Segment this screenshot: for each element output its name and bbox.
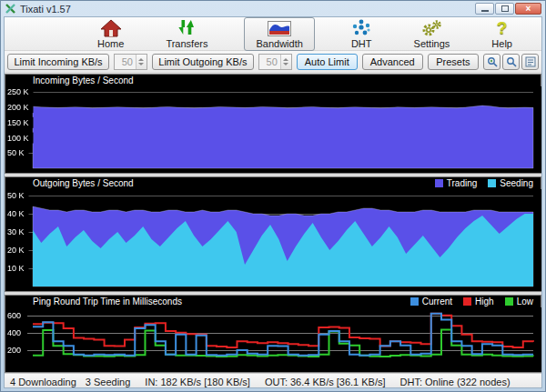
spinner-arrows[interactable] <box>136 55 147 69</box>
help-icon: ? <box>497 19 508 38</box>
status-downloading: 4 Downloading <box>10 377 76 387</box>
incoming-chart-header: Incoming Bytes / Second <box>5 75 541 86</box>
tab-dht[interactable]: DHT <box>346 18 378 50</box>
legend-label: Low <box>517 297 533 307</box>
settings-icon <box>420 19 443 38</box>
presets-button[interactable]: Presets <box>428 54 479 70</box>
legend-item-high: High <box>463 297 494 307</box>
status-incoming: IN: 182 KB/s [180 KB/s] <box>145 377 250 387</box>
low-swatch <box>505 297 513 306</box>
right-icon-buttons <box>483 54 539 70</box>
status-outgoing: OUT: 36.4 KB/s [36.1 KB/s] <box>265 377 386 387</box>
legend-label: Current <box>422 297 452 307</box>
legend-item-low: Low <box>505 297 533 307</box>
tab-settings[interactable]: Settings <box>409 18 456 50</box>
tab-label: Bandwidth <box>256 38 302 49</box>
legend-label: Seeding <box>500 178 533 188</box>
legend-label: Trading <box>447 178 478 188</box>
maximize-button[interactable] <box>495 3 514 15</box>
window-title: Tixati v1.57 <box>20 4 71 15</box>
dht-icon <box>351 19 371 38</box>
status-dht: DHT: Online (322 nodes) <box>400 377 511 387</box>
tixati-window: Tixati v1.57 × Home <box>0 0 546 392</box>
spinner-down-icon <box>283 63 288 65</box>
status-bar: 4 Downloading 3 Seeding IN: 182 KB/s [18… <box>5 373 541 388</box>
ping-chart-header: Ping Round Trip Time in Milliseconds Cur… <box>5 296 541 307</box>
bandwidth-controls-row: Limit Incoming KB/s 50 Limit Outgoing KB… <box>5 51 541 72</box>
current-swatch <box>410 297 419 306</box>
app-body: Home Transfers <box>4 16 542 388</box>
ping-chart-title: Ping Round Trip Time in Milliseconds <box>33 297 182 307</box>
seeding-swatch <box>488 179 496 187</box>
legend-item-trading: Trading <box>435 178 478 188</box>
advanced-button[interactable]: Advanced <box>362 54 423 70</box>
spinner-up-icon <box>138 58 144 61</box>
magnifier-button-1[interactable] <box>483 54 500 70</box>
legend-item-current: Current <box>410 297 452 307</box>
outgoing-chart-canvas <box>5 189 542 291</box>
tab-transfers[interactable]: Transfers <box>160 18 213 50</box>
magnifier-button-2[interactable] <box>502 54 520 70</box>
ping-chart-panel: Ping Round Trip Time in Milliseconds Cur… <box>5 295 541 373</box>
limit-incoming-spinner[interactable]: 50 <box>114 54 147 70</box>
limit-incoming-button[interactable]: Limit Incoming KB/s <box>7 54 109 70</box>
tab-label: Help <box>491 38 512 49</box>
window-controls: × <box>475 3 541 15</box>
limit-outgoing-spinner[interactable]: 50 <box>258 54 292 70</box>
close-icon: × <box>526 5 531 14</box>
home-icon <box>100 19 122 38</box>
close-button[interactable]: × <box>515 3 541 15</box>
transfers-icon <box>177 19 196 38</box>
incoming-chart-title: Incoming Bytes / Second <box>33 75 134 85</box>
incoming-chart-canvas <box>5 86 542 173</box>
status-seeding: 3 Seeding <box>86 377 131 387</box>
tab-home[interactable]: Home <box>92 18 129 50</box>
legend-item-seeding: Seeding <box>488 178 533 188</box>
tab-label: DHT <box>351 38 372 49</box>
main-toolbar: Home Transfers <box>5 17 541 51</box>
legend-label: High <box>475 297 494 307</box>
tab-bandwidth[interactable]: Bandwidth <box>244 17 314 51</box>
bandwidth-icon <box>268 19 291 38</box>
auto-limit-button[interactable]: Auto Limit <box>297 54 358 70</box>
outgoing-chart-panel: Outgoing Bytes / Second Trading Seeding <box>5 176 541 292</box>
tab-label: Transfers <box>166 38 207 49</box>
incoming-chart-panel: Incoming Bytes / Second <box>5 74 541 174</box>
titlebar[interactable]: Tixati v1.57 × <box>4 1 542 16</box>
minimize-icon <box>481 10 489 12</box>
outgoing-chart-title: Outgoing Bytes / Second <box>33 178 134 188</box>
magnifier-icon <box>506 56 517 67</box>
log-list-button[interactable] <box>521 54 539 70</box>
tab-label: Home <box>97 38 124 49</box>
spinner-down-icon <box>138 63 144 65</box>
list-icon <box>525 56 536 67</box>
trading-swatch <box>435 179 443 187</box>
minimize-button[interactable] <box>475 3 494 15</box>
outgoing-legend: Trading Seeding <box>435 178 541 188</box>
maximize-icon <box>501 5 509 12</box>
outgoing-chart-header: Outgoing Bytes / Second Trading Seeding <box>5 177 541 189</box>
spinner-up-icon <box>283 58 288 61</box>
magnifier-icon <box>487 56 498 67</box>
tab-label: Settings <box>414 38 450 49</box>
ping-chart-canvas <box>5 307 542 372</box>
charts-area: Incoming Bytes / Second Outgoing Bytes /… <box>5 72 541 373</box>
tixati-logo-icon <box>5 3 16 15</box>
limit-outgoing-value: 50 <box>259 55 280 69</box>
limit-outgoing-button[interactable]: Limit Outgoing KB/s <box>152 54 254 70</box>
ping-legend: Current High Low <box>410 297 541 307</box>
high-swatch <box>463 297 471 306</box>
limit-incoming-value: 50 <box>115 55 136 69</box>
spinner-arrows[interactable] <box>280 55 291 69</box>
tab-help[interactable]: ? Help <box>486 18 518 50</box>
